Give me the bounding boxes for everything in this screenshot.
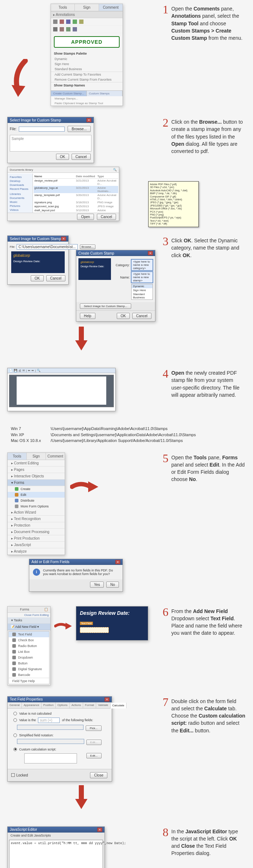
radio-custom-script[interactable]: Custom calculation script: — [10, 746, 110, 752]
radio-not-calculated[interactable]: Value is not calculated — [10, 711, 110, 716]
close-icon[interactable]: × — [104, 697, 110, 702]
menu-add-fav[interactable]: Add Current Stamp To Favorites — [51, 72, 123, 77]
side-item[interactable]: Recent Places — [9, 187, 31, 191]
cancel-button[interactable]: Cancel — [46, 275, 65, 281]
file-row[interactable]: globalcorp_logo.ai3/21/2013Adobe Illustr… — [34, 186, 118, 193]
tab-appearance[interactable]: Appearance — [22, 702, 41, 708]
tab-sign[interactable]: Sign — [75, 4, 99, 11]
tools-item[interactable]: ▸ Pages — [8, 467, 65, 473]
menu-sign-here[interactable]: Sign Here — [51, 61, 123, 67]
browse-button[interactable]: Browse... — [68, 126, 91, 132]
forms-create[interactable]: Create — [8, 486, 65, 492]
file-list[interactable]: NameDate modifiedType design_review.pdf3… — [33, 174, 119, 213]
yes-button[interactable]: Yes — [90, 582, 104, 588]
properties-tab-row[interactable]: General Appearance Position Options Acti… — [8, 702, 112, 709]
open-button[interactable]: Open — [77, 214, 94, 220]
field-type-help[interactable]: Field Type Help — [9, 678, 49, 684]
annotation-tool-row[interactable] — [51, 18, 123, 26]
tab-validate[interactable]: Validate — [96, 702, 110, 708]
tab-forms[interactable]: Forms — [8, 607, 42, 612]
tab-sign[interactable]: Sign — [27, 453, 46, 460]
tab-comment[interactable]: Comment — [46, 453, 65, 460]
side-item[interactable]: Desktop — [9, 179, 31, 183]
select-image-button[interactable]: Select Image for Custom Stamp... — [80, 303, 131, 309]
app-toolbar[interactable]: 📄💾🖨✉|⬅➡|🔍 — [8, 368, 115, 373]
pick-button[interactable]: Pick... — [86, 726, 102, 731]
tools-item[interactable]: ▸ Content Editing — [8, 460, 65, 467]
no-button[interactable]: No — [106, 582, 119, 588]
close-icon[interactable]: × — [115, 560, 120, 564]
field-type-text[interactable]: Text Field — [9, 631, 49, 637]
menu-standard-business[interactable]: Standard Business — [51, 67, 123, 72]
tab-actions[interactable]: Actions — [70, 702, 83, 708]
side-item[interactable]: Documents — [9, 196, 31, 200]
edit-button[interactable]: Edit... — [86, 753, 102, 758]
tools-item[interactable]: ▸ Analyze — [8, 548, 65, 555]
tools-item[interactable]: ▸ Print Production — [8, 535, 65, 542]
tools-item[interactable]: ▸ JavaScript — [8, 542, 65, 548]
field-type-dropdown[interactable]: Dropdown — [9, 655, 49, 660]
annotation-tool-row-2[interactable] — [51, 26, 123, 33]
date-text-field[interactable] — [80, 627, 109, 633]
ok-button[interactable]: OK — [117, 313, 130, 319]
custom-stamps-item[interactable]: Custom Stamps — [87, 91, 123, 96]
field-type-checkbox[interactable]: Check Box — [9, 637, 49, 643]
tab-position[interactable]: Position — [42, 702, 56, 708]
tab-calculate[interactable]: Calculate — [111, 703, 126, 709]
field-type-signature[interactable]: Digital Signature — [9, 666, 49, 672]
close-form-editing[interactable]: 📋 — [42, 607, 50, 612]
close-icon[interactable]: × — [148, 251, 153, 255]
cancel-button[interactable]: Cancel — [97, 214, 116, 220]
file-path-input[interactable]: C:\Users\username\Documents\st... — [17, 244, 77, 250]
paste-clipboard-item[interactable]: Paste Clipboard Image as Stamp Tool — [51, 101, 123, 106]
annotations-header[interactable]: ▸ Annotations — [51, 11, 123, 18]
side-item[interactable]: Libraries — [9, 192, 31, 196]
cancel-button[interactable]: Cancel — [72, 154, 91, 160]
forms-distribute[interactable]: Distribute — [8, 498, 65, 503]
tasks-header[interactable]: ▾ Tasks — [8, 617, 50, 624]
side-item[interactable]: Pictures — [9, 204, 31, 208]
menu-dynamic[interactable]: Dynamic — [51, 56, 123, 61]
side-item[interactable]: Music — [9, 200, 31, 204]
search-icon[interactable]: 🔍 — [113, 168, 117, 171]
forms-header[interactable]: ▾ Forms — [8, 480, 65, 486]
tab-tools[interactable]: Tools — [51, 4, 75, 11]
tools-item[interactable]: ▸ Interactive Objects — [8, 473, 65, 480]
manage-stamps-item[interactable]: Manage Stamps... — [51, 96, 123, 101]
stamp-name-input[interactable]: <type here to name a new stamp> — [131, 272, 153, 283]
file-row[interactable]: signature.png3/18/2013PNG image — [34, 200, 118, 204]
ok-button[interactable]: OK — [56, 154, 69, 160]
close-form-editing-link[interactable]: Close Form Editing — [8, 613, 50, 617]
file-row[interactable]: approved_scan.jpg3/15/2013JPEG image — [34, 204, 118, 208]
browse-button[interactable]: Browse... — [80, 244, 95, 249]
radio-value-is-the[interactable]: Value is the sum (+) of the following fi… — [10, 716, 110, 724]
tab-format[interactable]: Format — [83, 702, 96, 708]
help-button[interactable]: Help — [80, 313, 95, 319]
tab-options[interactable]: Options — [56, 702, 70, 708]
code-textarea[interactable]: event.value = util.printd("h:MM tt, mmm … — [9, 840, 103, 868]
tab-general[interactable]: General — [8, 702, 22, 708]
file-row[interactable]: design_review.pdf3/21/2013Adobe Acrobat … — [34, 179, 118, 186]
create-custom-stamp-item[interactable]: Create Custom Stamp... — [51, 91, 87, 96]
forms-edit[interactable]: Edit — [8, 492, 65, 498]
side-item[interactable]: Downloads — [9, 183, 31, 187]
file-path-input[interactable] — [19, 127, 65, 132]
close-icon[interactable]: × — [61, 237, 66, 241]
field-type-barcode[interactable]: Barcode — [9, 672, 49, 678]
locked-checkbox[interactable]: Locked — [11, 773, 28, 777]
tab-tools[interactable]: Tools — [8, 453, 27, 460]
cancel-button[interactable]: Cancel — [132, 313, 151, 319]
field-type-radio[interactable]: Radio Button — [9, 643, 49, 649]
field-type-listbox[interactable]: List Box — [9, 649, 49, 655]
tab-comment[interactable]: Comment — [99, 4, 123, 11]
show-stamps-palette[interactable]: Show Stamps Palette — [51, 51, 123, 56]
category-dropdown-list[interactable]: Dynamic Sign Here Standard Business — [131, 284, 153, 300]
tools-item[interactable]: ▸ Document Processing — [8, 529, 65, 535]
file-row[interactable]: stamp_template.pdf3/20/2013Adobe Acrobat… — [34, 193, 118, 200]
menu-remove-fav[interactable]: Remove Current Stamp From Favorites — [51, 77, 123, 82]
tools-item[interactable]: ▸ Action Wizard — [8, 509, 65, 516]
file-row[interactable]: draft_layout.psd3/12/2013Adobe Photosho.… — [34, 208, 118, 213]
close-icon[interactable]: × — [86, 118, 91, 122]
ok-button[interactable]: OK — [31, 275, 44, 281]
add-new-field-dropdown[interactable]: 📝 Add New Field ▾ — [8, 624, 50, 630]
